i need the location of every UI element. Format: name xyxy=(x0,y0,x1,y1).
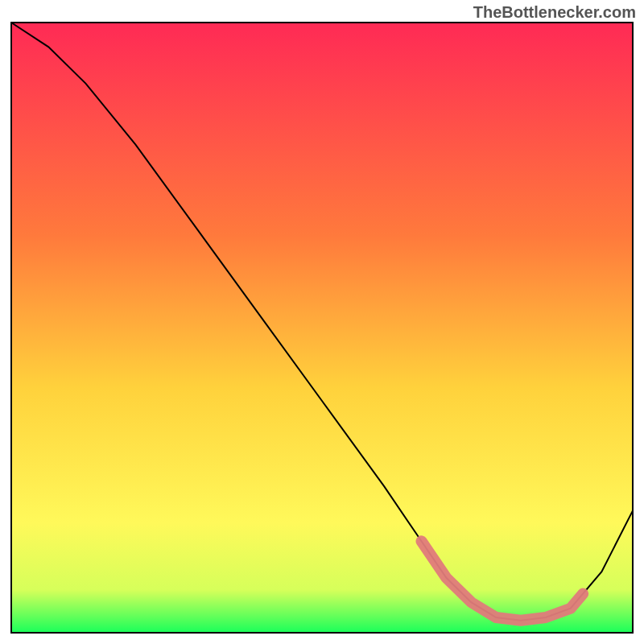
chart-container: TheBottlenecker.com xyxy=(0,0,644,644)
watermark-text: TheBottlenecker.com xyxy=(473,3,636,22)
bottleneck-chart xyxy=(0,0,644,644)
chart-background xyxy=(11,23,633,633)
